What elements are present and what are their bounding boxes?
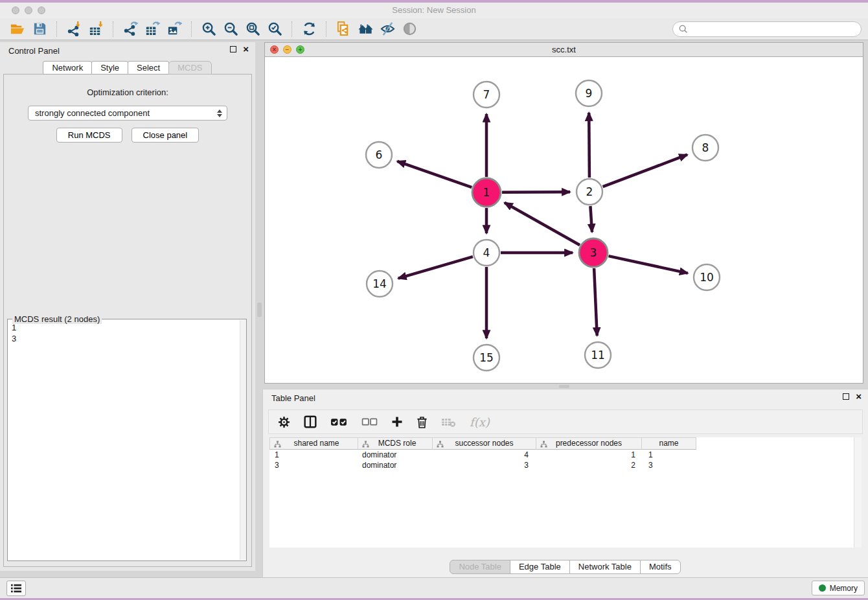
graph-node-label: 1: [483, 186, 490, 199]
network-minimize-button[interactable]: −: [283, 45, 291, 54]
column-header-predecessor-nodes[interactable]: predecessor nodes: [536, 437, 642, 450]
window-zoom-button[interactable]: [38, 6, 45, 14]
zoom-fit-button[interactable]: [242, 19, 264, 39]
graph-edge[interactable]: [397, 161, 472, 187]
network-zoom-button[interactable]: +: [296, 45, 304, 54]
graph-edge[interactable]: [609, 256, 688, 273]
tab-network-table[interactable]: Network Table: [569, 560, 641, 574]
splitter-grip[interactable]: [559, 385, 569, 388]
window-minimize-button[interactable]: [25, 6, 32, 14]
status-bar: Memory: [0, 577, 868, 598]
close-panel-icon[interactable]: ×: [243, 46, 249, 52]
graph-node-label: 10: [700, 271, 714, 284]
open-folder-icon: [10, 21, 26, 37]
graph-edge[interactable]: [590, 206, 592, 232]
save-session-button[interactable]: [29, 19, 51, 39]
graphics-details-button[interactable]: [376, 19, 398, 39]
run-mcds-button[interactable]: Run MCDS: [56, 128, 122, 143]
graph-node-label: 7: [483, 88, 490, 101]
close-panel-icon[interactable]: ×: [856, 393, 862, 400]
gear-icon: [278, 416, 290, 428]
table-row[interactable]: 3dominator323: [269, 460, 862, 470]
graph-edge[interactable]: [594, 268, 597, 336]
tab-motifs[interactable]: Motifs: [640, 560, 681, 574]
graph-edge[interactable]: [603, 155, 687, 187]
column-header-mcds-role[interactable]: MCDS role: [358, 437, 433, 450]
criterion-value: strongly connected component: [35, 108, 217, 118]
clone-network-button[interactable]: [332, 19, 354, 39]
delete-columns-button[interactable]: [417, 416, 428, 428]
export-image-button[interactable]: [163, 19, 185, 39]
toolbar-separator: [113, 21, 113, 37]
node-table-body: 1dominator4113dominator323: [269, 450, 862, 470]
column-label: name: [659, 439, 678, 448]
network-canvas[interactable]: 1234678910111415: [265, 57, 863, 383]
show-all-columns-button[interactable]: [330, 417, 348, 427]
zoom-in-button[interactable]: [198, 19, 220, 39]
home-view-button[interactable]: [354, 19, 376, 39]
mcds-result-box: MCDS result (2 nodes) 13: [7, 319, 247, 561]
tab-style[interactable]: Style: [91, 61, 128, 75]
delete-table-button[interactable]: [441, 417, 456, 428]
import-table-icon: [88, 21, 104, 37]
table-toolbar: f(x): [268, 410, 863, 434]
task-history-button[interactable]: [6, 581, 26, 596]
graph-edge[interactable]: [502, 192, 570, 192]
zoom-out-button[interactable]: [220, 19, 242, 39]
control-panel-title: Control Panel: [8, 46, 60, 56]
float-panel-icon[interactable]: [230, 46, 236, 52]
result-scrollbar[interactable]: [240, 320, 246, 560]
tab-node-table[interactable]: Node Table: [450, 560, 510, 574]
horizontal-splitter[interactable]: [264, 384, 863, 389]
graph-node-label: 3: [590, 246, 597, 259]
refresh-icon: [301, 21, 317, 37]
graph-edge[interactable]: [505, 203, 580, 246]
hide-all-columns-button[interactable]: [361, 417, 378, 426]
import-network-button[interactable]: [63, 19, 85, 39]
table-cell: 1: [536, 450, 642, 460]
zoom-out-icon: [223, 21, 239, 37]
table-row[interactable]: 1dominator411: [269, 450, 862, 460]
clone-network-icon: [336, 21, 352, 37]
window-close-button[interactable]: [12, 6, 19, 14]
import-table-button[interactable]: [85, 19, 107, 39]
search-input[interactable]: [691, 24, 856, 34]
graph-edge[interactable]: [589, 113, 589, 178]
float-panel-icon[interactable]: [843, 393, 849, 400]
close-panel-button[interactable]: Close panel: [131, 128, 200, 143]
table-cell: 3: [642, 460, 696, 470]
table-panel: Table Panel ×: [262, 389, 868, 577]
graph-node-label: 2: [586, 185, 593, 198]
tab-network[interactable]: Network: [43, 61, 92, 75]
create-column-button[interactable]: [391, 416, 403, 428]
column-tree-icon: [362, 441, 369, 448]
tab-select[interactable]: Select: [128, 61, 169, 75]
criterion-select[interactable]: strongly connected component: [28, 106, 227, 121]
tab-edge-table[interactable]: Edge Table: [510, 560, 570, 574]
vertical-splitter[interactable]: [257, 42, 262, 571]
column-settings-button[interactable]: [278, 416, 290, 428]
table-scrollbar[interactable]: [854, 437, 862, 548]
tab-mcds[interactable]: MCDS: [168, 61, 211, 75]
column-header-name[interactable]: name: [642, 437, 696, 450]
network-close-button[interactable]: ×: [270, 45, 279, 54]
bird-eye-view-button[interactable]: [398, 19, 420, 39]
search-icon: [678, 24, 688, 34]
zoom-selected-button[interactable]: [264, 19, 286, 39]
graph-edge[interactable]: [398, 257, 473, 279]
export-table-button[interactable]: [141, 19, 163, 39]
split-view-icon: [304, 415, 317, 428]
import-network-icon: [66, 21, 82, 37]
refresh-view-button[interactable]: [298, 19, 320, 39]
table-tabs: Node Table Edge Table Network Table Moti…: [263, 560, 868, 574]
column-header-shared-name[interactable]: shared name: [269, 437, 358, 450]
main-toolbar: [0, 18, 868, 40]
open-session-button[interactable]: [6, 19, 29, 39]
splitter-grip[interactable]: [257, 303, 262, 317]
export-network-button[interactable]: [119, 19, 141, 39]
memory-button[interactable]: Memory: [812, 581, 865, 595]
column-header-successor-nodes[interactable]: successor nodes: [433, 437, 536, 450]
split-panel-button[interactable]: [304, 415, 317, 428]
function-builder-button[interactable]: f(x): [470, 415, 490, 429]
toolbar-separator: [326, 21, 326, 37]
